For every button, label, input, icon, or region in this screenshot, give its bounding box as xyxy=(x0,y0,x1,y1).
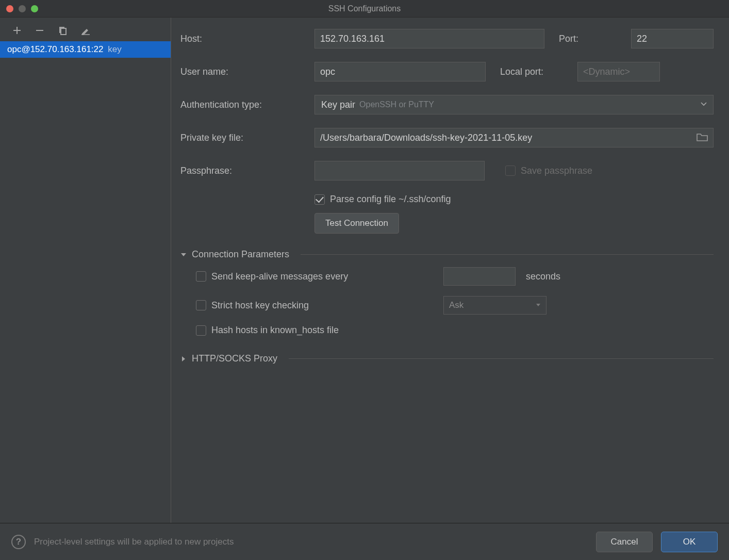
stricthost-value: Ask xyxy=(449,300,463,310)
localport-input[interactable] xyxy=(577,62,660,81)
authtype-value: Key pair xyxy=(321,100,355,110)
config-item-suffix: key xyxy=(108,44,121,54)
chevron-down-icon xyxy=(536,300,541,310)
host-label: Host: xyxy=(180,34,309,44)
port-label: Port: xyxy=(559,34,626,44)
copy-icon[interactable] xyxy=(57,25,68,36)
dialog-body: opc@152.70.163.161:22 key Host: Port: Us… xyxy=(0,18,729,523)
proxy-header[interactable]: HTTP/SOCKS Proxy xyxy=(180,353,714,364)
stricthost-label: Strict host key checking xyxy=(211,300,309,311)
hashhosts-checkbox[interactable]: Hash hosts in known_hosts file xyxy=(196,325,438,336)
keepalive-unit: seconds xyxy=(526,271,560,282)
config-list-item[interactable]: opc@152.70.163.161:22 key xyxy=(0,41,171,58)
help-button[interactable]: ? xyxy=(11,535,26,549)
host-input[interactable] xyxy=(314,29,544,48)
dialog-footer: ? Project-level settings will be applied… xyxy=(0,523,729,560)
config-item-label: opc@152.70.163.161:22 xyxy=(7,44,103,54)
keepalive-checkbox[interactable]: Send keep-alive messages every xyxy=(196,271,438,282)
authtype-hint: OpenSSH or PuTTY xyxy=(359,100,434,109)
triangle-right-icon xyxy=(180,356,187,362)
ok-button[interactable]: OK xyxy=(661,532,718,552)
footer-note: Project-level settings will be applied t… xyxy=(34,537,588,547)
keyfile-field[interactable]: /Users/barbara/Downloads/ssh-key-2021-11… xyxy=(314,128,714,147)
svg-rect-1 xyxy=(61,28,66,35)
config-list-pane: opc@152.70.163.161:22 key xyxy=(0,18,171,523)
port-input[interactable] xyxy=(631,29,714,48)
localport-label: Local port: xyxy=(500,67,572,77)
keyfile-label: Private key file: xyxy=(180,133,309,143)
save-passphrase-checkbox: Save passphrase xyxy=(505,166,592,176)
keyfile-value: /Users/barbara/Downloads/ssh-key-2021-11… xyxy=(320,133,693,143)
username-input[interactable] xyxy=(314,62,486,81)
window-controls xyxy=(6,5,38,12)
edit-icon[interactable] xyxy=(79,25,91,36)
folder-icon[interactable] xyxy=(697,133,709,143)
proxy-title: HTTP/SOCKS Proxy xyxy=(192,353,277,364)
save-passphrase-label: Save passphrase xyxy=(521,166,592,176)
add-icon[interactable] xyxy=(11,25,23,36)
test-connection-button[interactable]: Test Connection xyxy=(314,213,399,234)
authtype-select[interactable]: Key pair OpenSSH or PuTTY xyxy=(314,95,714,114)
titlebar: SSH Configurations xyxy=(0,0,729,18)
connection-params-body: Send keep-alive messages every seconds S… xyxy=(180,267,714,336)
divider xyxy=(289,358,714,359)
stricthost-checkbox[interactable]: Strict host key checking xyxy=(196,300,438,311)
checkbox-icon xyxy=(505,166,516,176)
checkbox-icon xyxy=(196,325,206,336)
chevron-down-icon xyxy=(701,100,707,110)
config-form: Host: Port: User name: Local port: Authe… xyxy=(171,18,729,523)
authtype-label: Authentication type: xyxy=(180,100,309,110)
config-list: opc@152.70.163.161:22 key xyxy=(0,41,171,523)
checkbox-icon xyxy=(196,271,206,282)
triangle-down-icon xyxy=(180,252,187,258)
list-toolbar xyxy=(0,22,171,41)
minimize-icon[interactable] xyxy=(19,5,26,12)
checkbox-icon xyxy=(196,300,206,310)
connection-params-title: Connection Parameters xyxy=(192,249,289,260)
hashhosts-label: Hash hosts in known_hosts file xyxy=(211,325,339,336)
checkbox-icon xyxy=(314,194,325,205)
close-icon[interactable] xyxy=(6,5,13,12)
username-label: User name: xyxy=(180,67,309,77)
stricthost-select[interactable]: Ask xyxy=(443,296,546,315)
window-title: SSH Configurations xyxy=(0,4,729,13)
parse-config-label: Parse config file ~/.ssh/config xyxy=(330,194,451,205)
keepalive-seconds-input[interactable] xyxy=(443,267,516,286)
connection-params-header[interactable]: Connection Parameters xyxy=(180,249,714,260)
maximize-icon[interactable] xyxy=(31,5,38,12)
parse-config-checkbox[interactable]: Parse config file ~/.ssh/config xyxy=(314,194,451,205)
passphrase-label: Passphrase: xyxy=(180,166,309,176)
divider xyxy=(301,254,714,255)
remove-icon[interactable] xyxy=(34,25,45,36)
passphrase-input[interactable] xyxy=(314,161,485,180)
keepalive-label: Send keep-alive messages every xyxy=(211,271,348,282)
cancel-button[interactable]: Cancel xyxy=(596,532,653,552)
